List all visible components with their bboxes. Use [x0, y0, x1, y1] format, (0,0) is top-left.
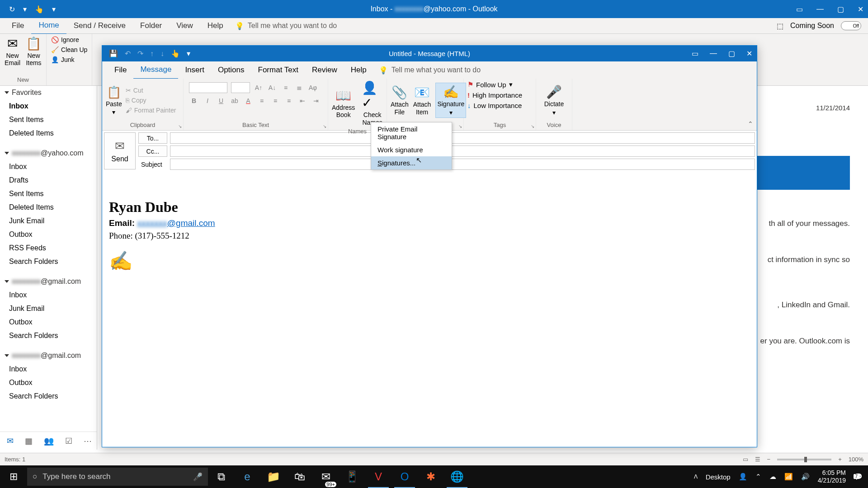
qat-more-icon[interactable]: ▾ [52, 5, 56, 14]
volume-icon[interactable]: 🔊 [801, 473, 810, 481]
tab-file[interactable]: File [5, 18, 31, 34]
compose-touch-icon[interactable]: 👆 [171, 49, 180, 58]
increase-indent-icon[interactable]: ⇥ [311, 96, 321, 106]
attach-file-button[interactable]: 📎 Attach File [391, 85, 409, 116]
copy-button[interactable]: ⎘Copy [126, 97, 176, 104]
account3-header[interactable]: xxxxxxxx@gmail.com [0, 349, 97, 362]
decrease-indent-icon[interactable]: ⇤ [297, 96, 307, 106]
chrome-icon[interactable]: 🌐 [444, 465, 470, 488]
desktop-label[interactable]: Desktop [706, 473, 731, 481]
clipboard-launcher-icon[interactable]: ↘ [178, 124, 182, 129]
sig-menu-private[interactable]: Private Email Signature [371, 122, 452, 143]
vivaldi-icon[interactable]: V [365, 465, 392, 488]
edge-icon[interactable]: e [234, 465, 260, 488]
people-nav-icon[interactable]: 👥 [44, 436, 54, 446]
compose-tab-options[interactable]: Options [211, 61, 251, 79]
format-painter-button[interactable]: 🖌Format Painter [126, 107, 176, 114]
basic-text-launcher-icon[interactable]: ↘ [323, 124, 326, 129]
align-center-icon[interactable]: ≡ [270, 96, 280, 106]
sidebar-inbox-fav[interactable]: Inbox [0, 99, 97, 113]
ribbon-display-icon[interactable]: ▭ [796, 5, 803, 14]
sidebar-outbox-3[interactable]: Outbox [0, 376, 97, 389]
close-icon[interactable]: ✕ [858, 5, 863, 14]
phone-icon[interactable]: 📱 [339, 465, 365, 488]
redo-icon[interactable]: ↷ [137, 49, 143, 58]
people-tray-icon[interactable]: 👤 [739, 473, 747, 481]
shrink-font-icon[interactable]: A↓ [267, 83, 277, 93]
address-book-button[interactable]: 📖 Address Book [332, 88, 355, 119]
compose-maximize-icon[interactable]: ▢ [728, 49, 735, 58]
attach-item-button[interactable]: 📧 Attach Item [413, 85, 431, 116]
calendar-nav-icon[interactable]: ▦ [25, 436, 33, 446]
minimize-icon[interactable]: — [816, 5, 824, 14]
to-input[interactable] [170, 132, 755, 144]
store-icon[interactable]: 🛍 [287, 465, 313, 488]
sidebar-rss-1[interactable]: RSS Feeds [0, 241, 97, 255]
sidebar-junk-1[interactable]: Junk Email [0, 214, 97, 228]
sig-menu-work[interactable]: Work signature [371, 143, 452, 156]
taskbar-clock[interactable]: 6:05 PM 4/21/2019 [818, 469, 846, 484]
sidebar-inbox-3[interactable]: Inbox [0, 362, 97, 376]
cc-input[interactable] [170, 145, 755, 157]
sidebar-search-2[interactable]: Search Folders [0, 329, 97, 343]
tab-help[interactable]: Help [200, 18, 231, 34]
to-button[interactable]: To... [138, 132, 167, 144]
align-right-icon[interactable]: ≡ [284, 96, 294, 106]
grow-font-icon[interactable]: A↑ [254, 83, 264, 93]
undo-icon[interactable]: ↶ [125, 49, 131, 58]
tags-launcher-icon[interactable]: ↘ [531, 124, 534, 129]
tellme-search[interactable]: 💡 Tell me what you want to do [235, 22, 337, 30]
tab-send-receive[interactable]: Send / Receive [66, 18, 133, 34]
paste-button[interactable]: 📋 Paste ▾ [106, 85, 122, 116]
zoom-slider[interactable] [777, 459, 831, 460]
dictate-button[interactable]: 🎤 Dictate ▾ [544, 84, 564, 116]
send-button[interactable]: ✉ Send [104, 132, 136, 169]
sidebar-junk-2[interactable]: Junk Email [0, 302, 97, 315]
new-items-button[interactable]: 📋 New Items [26, 36, 42, 66]
follow-up-button[interactable]: ⚑Follow Up▾ [467, 80, 513, 89]
favorites-header[interactable]: Favorites [0, 86, 97, 99]
clear-format-icon[interactable]: Aφ [308, 83, 318, 93]
zoom-in-icon[interactable]: + [838, 456, 842, 463]
sidebar-sent-fav[interactable]: Sent Items [0, 113, 97, 127]
app-icon-1[interactable]: ✱ [418, 465, 444, 488]
tab-home[interactable]: Home [31, 17, 66, 34]
sidebar-inbox-2[interactable]: Inbox [0, 288, 97, 302]
sig-menu-signatures[interactable]: SSignatures...ignatures... [371, 156, 452, 169]
compose-tab-format[interactable]: Format Text [251, 61, 305, 79]
explorer-icon[interactable]: 📁 [260, 465, 287, 488]
outlook-icon[interactable]: O [392, 465, 418, 488]
compose-body[interactable]: Ryan Dube Email: xxxxxxx@gmail.com Phone… [102, 172, 757, 286]
touch-mode-icon[interactable]: 👆 [35, 5, 44, 14]
high-importance-button[interactable]: !High Importance [467, 91, 522, 99]
sidebar-search-3[interactable]: Search Folders [0, 389, 97, 403]
compose-tellme[interactable]: 💡 Tell me what you want to do [379, 66, 481, 75]
view-normal-icon[interactable]: ▭ [743, 456, 748, 463]
wifi-icon[interactable]: 📶 [784, 473, 793, 481]
sidebar-deleted-fav[interactable]: Deleted Items [0, 127, 97, 140]
save-icon[interactable]: 💾 [109, 49, 118, 58]
compose-close-icon[interactable]: ✕ [746, 49, 752, 58]
compose-ribbon-display-icon[interactable]: ▭ [692, 49, 698, 58]
compose-tab-help[interactable]: Help [344, 61, 373, 79]
sidebar-sent-1[interactable]: Sent Items [0, 187, 97, 201]
tab-view[interactable]: View [169, 18, 200, 34]
signature-email-link[interactable]: xxxxxxx@gmail.com [137, 218, 215, 228]
next-icon[interactable]: ↓ [160, 50, 164, 58]
sidebar-inbox-1[interactable]: Inbox [0, 160, 97, 174]
check-names-button[interactable]: 👤✓ Check Names [362, 80, 383, 127]
cut-button[interactable]: ✂Cut [126, 87, 176, 94]
compose-minimize-icon[interactable]: — [710, 49, 717, 58]
compose-tab-message[interactable]: Message [133, 61, 178, 79]
view-reading-icon[interactable]: ☰ [755, 456, 760, 463]
prev-icon[interactable]: ↑ [150, 50, 154, 58]
more-nav-icon[interactable]: ⋯ [84, 436, 92, 446]
bullets-icon[interactable]: ≡ [281, 83, 291, 93]
font-family-input[interactable] [189, 82, 227, 93]
tasks-nav-icon[interactable]: ☑ [65, 436, 72, 446]
zoom-out-icon[interactable]: − [767, 456, 771, 463]
compose-tab-review[interactable]: Review [305, 61, 344, 79]
mic-icon[interactable]: 🎤 [193, 472, 203, 482]
sidebar-deleted-1[interactable]: Deleted Items [0, 201, 97, 214]
mail-app-icon[interactable]: ✉99+ [313, 465, 339, 488]
